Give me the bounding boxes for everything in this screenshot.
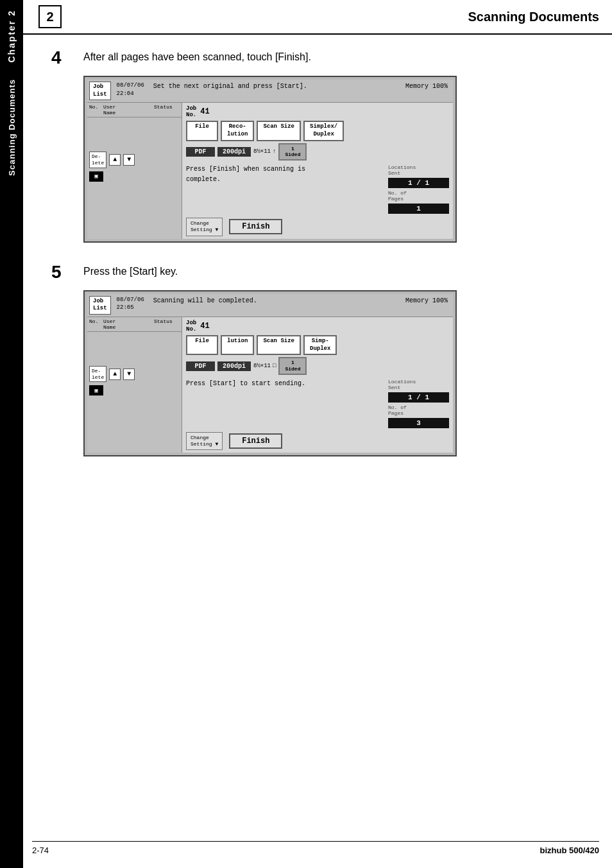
- step5-down-btn[interactable]: ▼: [123, 369, 135, 380]
- step4-screen-topbar: JobList 08/07/0622:04 Set the next origi…: [87, 80, 453, 103]
- step4-scan-size-text: 8½×11: [253, 148, 271, 155]
- sidebar: Chapter 2 Scanning Documents: [0, 0, 23, 868]
- step5-pages-label: No. ofPages: [388, 404, 449, 416]
- step4-press-text: Press [Finish] when scanning iscomplete.: [186, 164, 383, 214]
- step4-duplex-btn[interactable]: Simplex/Duplex: [303, 121, 344, 141]
- step5-right-panel: JobNo. 41 File lution Scan Size Simp-Dup…: [182, 317, 453, 453]
- step5-memory: Memory 100%: [400, 294, 453, 317]
- step5-fax-icon: ▣: [89, 385, 103, 395]
- step4-lp-fax: ▣: [87, 170, 182, 183]
- step4-lp-rows: [87, 117, 182, 150]
- step5-scan-size-icon: □: [273, 363, 276, 369]
- step5-job-no-value: 41: [200, 322, 209, 331]
- step5-resolution-btn[interactable]: lution: [221, 335, 254, 355]
- step4-lp-bottom: De-lete ▲ ▼: [87, 150, 182, 169]
- step4-screen-body: No. UserName Status De-lete ▲ ▼ ▣: [87, 103, 453, 238]
- step4-delete-btn[interactable]: De-lete: [89, 152, 106, 168]
- step5-job-no-label: JobNo.: [186, 320, 196, 333]
- step4-job-row: JobNo. 41: [186, 105, 449, 118]
- step4-val-row: PDF 200dpi 8½×11 ↑ 1Sided: [186, 143, 449, 161]
- step5-col-status: Status: [154, 318, 180, 330]
- step4-screen-inner: JobList 08/07/0622:04 Set the next origi…: [87, 80, 453, 239]
- step4-job-no-label: JobNo.: [186, 105, 196, 118]
- step4-locations-value: 1 / 1: [388, 178, 449, 188]
- step4-scan-size-icon: ↑: [273, 148, 276, 155]
- chapter-number-box: 2: [38, 5, 62, 28]
- step5-col-no: No.: [89, 318, 102, 330]
- step4-fax-icon: ▣: [89, 171, 103, 182]
- step5-screen: JobList 08/07/0622:05 Scanning will be c…: [83, 290, 457, 457]
- step5-header: 5 Press the [Start] key.: [51, 262, 593, 282]
- step4-finish-btn[interactable]: Finish: [229, 219, 282, 234]
- step4-file-btn[interactable]: File: [186, 121, 218, 141]
- step5-screen-topbar: JobList 08/07/0622:05 Scanning will be c…: [87, 294, 453, 317]
- step5-btn-row: File lution Scan Size Simp-Duplex: [186, 335, 449, 355]
- step4-pages-value: 1: [388, 204, 449, 214]
- step4-pages-label: No. ofPages: [388, 190, 449, 202]
- chapter-number: 2: [46, 10, 53, 24]
- step5-bottom: ChangeSetting ▼ Finish: [186, 432, 449, 451]
- step4-lp-header: No. UserName Status: [87, 103, 182, 117]
- step5-finish-btn[interactable]: Finish: [229, 433, 282, 449]
- step5-right-info: LocationsSent 1 / 1 No. ofPages 3: [388, 379, 449, 428]
- step4-dpi-val: 200dpi: [217, 147, 251, 157]
- step5-scan-size-val: 8½×11 □: [253, 363, 276, 369]
- step5-scan-size-btn[interactable]: Scan Size: [257, 335, 301, 355]
- page-footer: 2-74 bizhub 500/420: [32, 841, 599, 855]
- step5-lp-rows: [87, 332, 182, 364]
- step4-col-status: Status: [154, 104, 180, 116]
- step4-change-setting-btn[interactable]: ChangeSetting ▼: [186, 218, 223, 236]
- step4-right-info: LocationsSent 1 / 1 No. ofPages 1: [388, 164, 449, 214]
- step4-job-no-value: 41: [200, 107, 209, 116]
- step5-sided-btn[interactable]: 1Sided: [278, 357, 307, 374]
- step4-memory: Memory 100%: [400, 80, 453, 102]
- page-title: Scanning Documents: [468, 10, 599, 24]
- step5-job-row: JobNo. 41: [186, 320, 449, 333]
- step5-val-row: PDF 200dpi 8½×11 □ 1Sided: [186, 357, 449, 374]
- step5-screen-body: No. UserName Status De-lete ▲ ▼ ▣: [87, 317, 453, 453]
- step5-change-setting-btn[interactable]: ChangeSetting ▼: [186, 432, 223, 451]
- step5-col-user: UserName: [103, 318, 153, 330]
- footer-brand: bizhub 500/420: [540, 846, 599, 855]
- step4-col-user: UserName: [103, 104, 153, 116]
- step4-datetime: 08/07/0622:04: [113, 80, 148, 102]
- step4-left-panel: No. UserName Status De-lete ▲ ▼ ▣: [87, 103, 182, 238]
- step4-col-no: No.: [89, 104, 102, 116]
- step4-up-btn[interactable]: ▲: [109, 154, 121, 166]
- step5-job-list-btn[interactable]: JobList: [89, 296, 111, 315]
- step5-number: 5: [51, 262, 71, 282]
- step4-bottom: ChangeSetting ▼ Finish: [186, 218, 449, 236]
- step5-screen-inner: JobList 08/07/0622:05 Scanning will be c…: [87, 294, 453, 453]
- step4-down-btn[interactable]: ▼: [123, 154, 135, 166]
- step4-locations-label: LocationsSent: [388, 164, 449, 176]
- step5-locations-value: 1 / 1: [388, 392, 449, 403]
- step5-lp-fax: ▣: [87, 384, 182, 397]
- step5-lp-bottom: De-lete ▲ ▼: [87, 364, 182, 384]
- step4-header: 4 After all pages have been scanned, tou…: [51, 48, 593, 68]
- step4-middle: Press [Finish] when scanning iscomplete.…: [186, 164, 449, 214]
- step4-sided-btn[interactable]: 1Sided: [278, 143, 307, 161]
- step5-middle: Press [Start] to start sending. Location…: [186, 379, 449, 428]
- sidebar-section-label: Scanning Documents: [7, 73, 17, 182]
- step4-resolution-btn[interactable]: Reco-lution: [221, 121, 254, 141]
- step5-lp-header: No. UserName Status: [87, 317, 182, 332]
- main-content: 4 After all pages have been scanned, tou…: [32, 35, 612, 495]
- step5-section: 5 Press the [Start] key. JobList 08/07/0…: [51, 262, 593, 457]
- step4-scan-size-val: 8½×11 ↑: [253, 148, 276, 155]
- step4-number: 4: [51, 48, 71, 68]
- step5-file-btn[interactable]: File: [186, 335, 218, 355]
- step4-job-list-btn[interactable]: JobList: [89, 82, 111, 100]
- step5-scan-size-text: 8½×11: [253, 363, 271, 369]
- step5-duplex-btn[interactable]: Simp-Duplex: [303, 335, 337, 355]
- step5-locations-label: LocationsSent: [388, 379, 449, 390]
- step4-pdf-val: PDF: [186, 147, 215, 157]
- step5-up-btn[interactable]: ▲: [109, 369, 121, 380]
- step4-right-panel: JobNo. 41 File Reco-lution Scan Size Sim…: [182, 103, 453, 238]
- step4-scan-size-btn[interactable]: Scan Size: [257, 121, 301, 141]
- sidebar-chapter-num: Chapter 2: [6, 0, 17, 73]
- step5-pdf-val: PDF: [186, 361, 215, 371]
- step5-delete-btn[interactable]: De-lete: [89, 366, 106, 382]
- footer-page-number: 2-74: [32, 846, 49, 855]
- step5-left-panel: No. UserName Status De-lete ▲ ▼ ▣: [87, 317, 182, 453]
- step5-dpi-val: 200dpi: [217, 361, 251, 371]
